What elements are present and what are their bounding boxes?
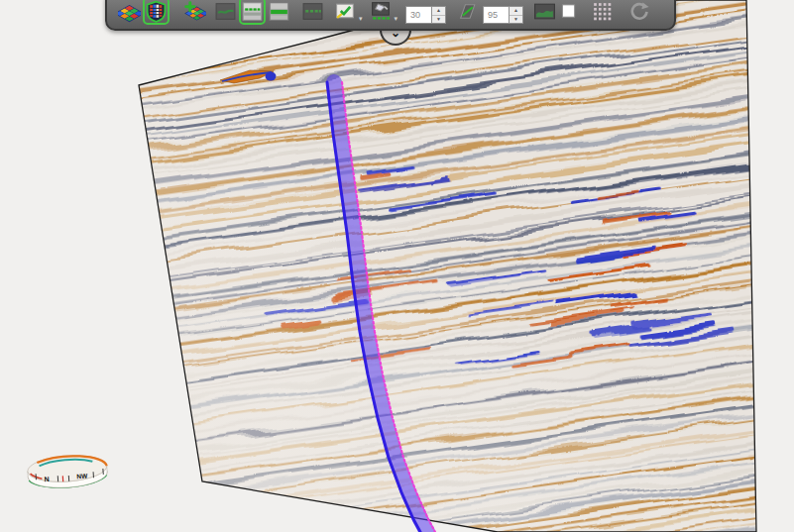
interpretation-shield-button[interactable] [144,0,169,24]
inline-section-icon [241,0,264,23]
confirm-picks-icon [334,0,357,23]
compass-label-nw: NW [76,473,88,480]
seed-radius-up-button[interactable]: ▲ [432,7,445,15]
opacity-down-button[interactable]: ▼ [510,15,522,24]
time-slice-button[interactable] [300,0,325,24]
main-toolbar: ▾ ▾ ▲▼ ▲▼ [105,0,676,31]
time-slice-icon [301,0,324,23]
confirm-picks-button[interactable] [333,0,358,24]
opacity-up-button[interactable]: ▲ [510,7,522,15]
dip-constraint-icon [456,0,479,23]
seed-radius-spinner: ▲▼ [432,6,446,24]
inline-section-button[interactable] [240,0,265,24]
seed-radius-input[interactable] [405,6,432,24]
paint-seed-button[interactable] [369,0,394,24]
horizon-slice-button[interactable] [213,0,238,24]
color-swatch-button[interactable] [560,0,578,24]
grid-points-icon [591,0,614,23]
dip-constraint-button[interactable] [455,0,480,24]
paint-seed-icon [370,0,393,23]
volume-cube-icon [118,0,141,23]
horizon-sliver-node [266,72,277,81]
confirm-dropdown-caret-icon[interactable]: ▾ [359,15,363,22]
reset-view-button[interactable] [626,0,651,24]
opacity-percent-input[interactable] [483,6,510,24]
add-volume-button[interactable] [182,0,207,24]
interpretation-shield-icon [145,0,168,23]
orientation-compass[interactable]: N NW [16,442,119,499]
add-volume-icon [183,0,206,23]
volume-cube-button[interactable] [117,0,142,24]
compass-label-n: N [44,476,50,482]
section-fade [119,0,773,532]
crossline-section-button[interactable] [267,0,291,24]
histogram-view-button[interactable] [532,0,557,24]
histogram-view-icon [533,0,556,23]
grid-points-button[interactable] [590,0,615,24]
horizon-slice-icon [214,0,237,23]
reset-view-icon [627,0,650,23]
paint-dropdown-caret-icon[interactable]: ▾ [395,15,398,22]
crossline-section-icon [268,0,290,23]
application-window: ▾ ▾ ▲▼ ▲▼ [0,0,794,532]
color-swatch-icon [560,2,578,21]
opacity-spinner: ▲▼ [510,6,523,24]
seed-radius-down-button[interactable]: ▼ [432,15,445,24]
seismic-viewport[interactable] [0,0,794,532]
